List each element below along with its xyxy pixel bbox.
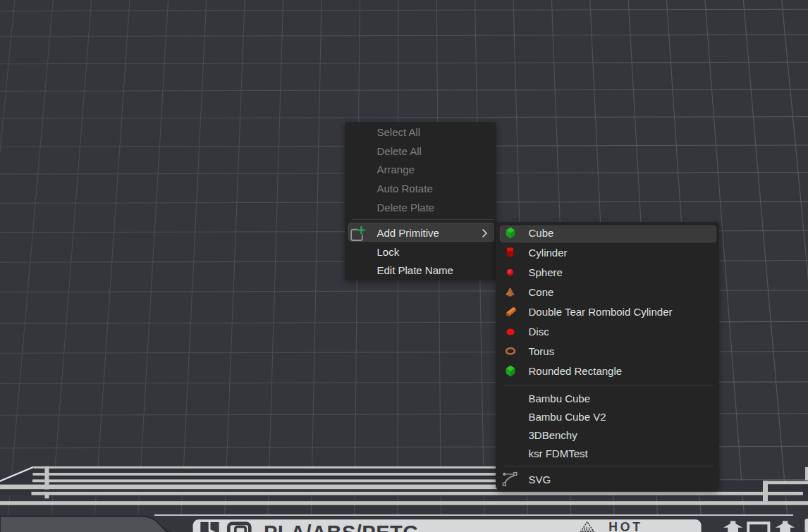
svg-text:HOT: HOT	[608, 520, 643, 532]
svg-text:PLA/ABS/PETG: PLA/ABS/PETG	[264, 521, 419, 532]
